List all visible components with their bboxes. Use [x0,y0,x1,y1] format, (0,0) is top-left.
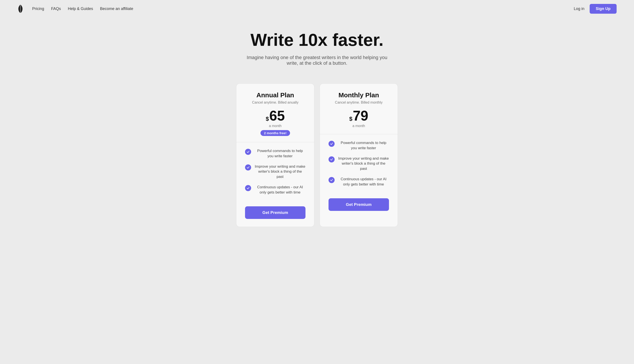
monthly-plan-card: Monthly Plan Cancel anytime. Billed mont… [320,84,398,227]
annual-plan-title: Annual Plan [245,92,305,99]
hero-subtitle: Imagine having one of the greatest write… [241,55,393,66]
nav-right: Log in Sign Up [574,4,616,14]
annual-feature-1: Powerful commands to help you write fast… [245,148,305,159]
monthly-price-amount: 79 [353,109,368,123]
navigation: Pricing FAQs Help & Guides Become an aff… [0,0,634,17]
annual-feature-2: Improve your writing and make writer's b… [245,164,305,180]
monthly-plan-title: Monthly Plan [329,92,389,99]
nav-pricing[interactable]: Pricing [32,6,44,11]
annual-plan-card: Annual Plan Cancel anytime. Billed anual… [236,84,314,227]
nav-left: Pricing FAQs Help & Guides Become an aff… [18,4,133,13]
annual-price-period: a month [245,124,305,128]
check-icon-m2 [329,156,335,162]
monthly-plan-features: Powerful commands to help you write fast… [320,134,398,198]
monthly-plan-subtitle: Cancel anytime. Billed monthly [329,100,389,104]
hero-section: Write 10x faster. Imagine having one of … [0,17,634,75]
monthly-price-row: $ 79 [329,109,389,123]
monthly-feature-text-3: Continuous updates - our AI only gets be… [338,176,389,187]
annual-feature-text-2: Improve your writing and make writer's b… [255,164,305,180]
login-button[interactable]: Log in [574,6,584,11]
annual-feature-text-3: Continuous updates - our AI only gets be… [255,184,305,195]
annual-badge: 2 months free! [260,130,290,136]
annual-price-amount: 65 [269,109,285,123]
monthly-feature-3: Continuous updates - our AI only gets be… [329,176,389,187]
hero-title: Write 10x faster. [4,30,630,50]
check-icon-1 [245,149,251,155]
check-icon-m3 [329,177,335,183]
annual-plan-subtitle: Cancel anytime. Billed anually [245,100,305,104]
annual-feature-3: Continuous updates - our AI only gets be… [245,184,305,195]
nav-faqs[interactable]: FAQs [51,6,61,11]
annual-cta-button[interactable]: Get Premium [245,206,305,219]
monthly-feature-text-2: Improve your writing and make writer's b… [338,156,389,171]
monthly-feature-text-1: Powerful commands to help you write fast… [338,140,389,151]
annual-feature-text-1: Powerful commands to help you write fast… [255,148,305,159]
annual-plan-features: Powerful commands to help you write fast… [236,142,314,206]
nav-affiliate[interactable]: Become an affiliate [100,6,133,11]
monthly-cta-button[interactable]: Get Premium [329,198,389,211]
monthly-feature-1: Powerful commands to help you write fast… [329,140,389,151]
nav-help[interactable]: Help & Guides [68,6,93,11]
check-icon-m1 [329,141,335,147]
annual-price-dollar: $ [266,115,269,123]
annual-price-row: $ 65 [245,109,305,123]
signup-button[interactable]: Sign Up [590,4,616,14]
logo[interactable] [18,4,24,13]
monthly-feature-2: Improve your writing and make writer's b… [329,156,389,171]
check-icon-2 [245,164,251,170]
annual-plan-header: Annual Plan Cancel anytime. Billed anual… [236,84,314,142]
pricing-container: Annual Plan Cancel anytime. Billed anual… [0,75,634,240]
monthly-plan-header: Monthly Plan Cancel anytime. Billed mont… [320,84,398,134]
nav-links: Pricing FAQs Help & Guides Become an aff… [32,6,133,11]
monthly-price-period: a month [329,124,389,128]
monthly-price-dollar: $ [349,115,352,123]
check-icon-3 [245,185,251,191]
